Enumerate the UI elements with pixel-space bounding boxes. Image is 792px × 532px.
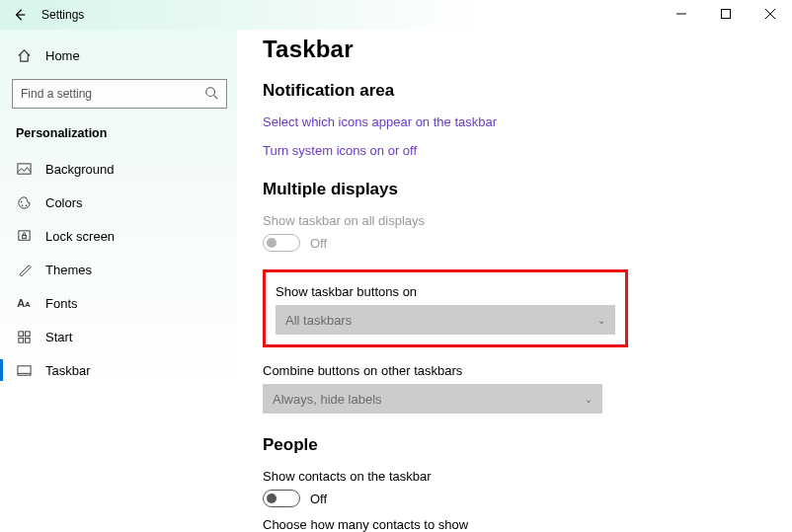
svg-rect-16 — [25, 338, 30, 342]
main-content: Taskbar Notification area Select which i… — [237, 30, 792, 532]
dropdown-value: All taskbars — [285, 313, 352, 328]
palette-icon — [16, 194, 32, 210]
svg-point-9 — [21, 204, 23, 206]
sidebar-item-label: Start — [45, 330, 72, 344]
svg-rect-7 — [17, 163, 30, 173]
svg-point-10 — [25, 204, 27, 206]
label-combine-buttons: Combine buttons on other taskbars — [263, 363, 766, 378]
lock-icon — [16, 228, 32, 244]
window-title: Settings — [41, 8, 84, 22]
link-system-icons[interactable]: Turn system icons on or off — [263, 143, 766, 158]
svg-point-5 — [206, 87, 215, 96]
search-icon — [204, 86, 218, 103]
toggle-show-contacts[interactable] — [263, 490, 300, 507]
svg-point-8 — [20, 200, 22, 202]
section-people: People — [263, 435, 766, 455]
sidebar-item-label: Themes — [45, 263, 92, 277]
label-show-buttons-on: Show taskbar buttons on — [276, 284, 615, 299]
taskbar-icon — [16, 362, 32, 378]
sidebar-item-label: Background — [45, 162, 114, 177]
svg-rect-14 — [25, 331, 30, 336]
dropdown-value: Always, hide labels — [273, 392, 382, 407]
label-show-taskbar-all: Show taskbar on all displays — [263, 213, 766, 228]
sidebar-item-label: Taskbar — [45, 363, 91, 378]
sidebar: Home Find a setting Personalization Back… — [0, 30, 237, 532]
close-button[interactable] — [748, 0, 792, 28]
section-notification-area: Notification area — [263, 81, 766, 101]
sidebar-item-fonts[interactable]: AA Fonts — [8, 286, 231, 320]
sidebar-home-label: Home — [45, 48, 80, 63]
sidebar-item-label: Colors — [45, 195, 83, 210]
sidebar-section-title: Personalization — [8, 122, 231, 152]
label-choose-contacts: Choose how many contacts to show — [263, 517, 766, 532]
label-show-contacts: Show contacts on the taskbar — [263, 469, 766, 484]
start-icon — [16, 329, 32, 344]
search-placeholder: Find a setting — [21, 87, 92, 101]
svg-rect-2 — [721, 10, 730, 19]
font-icon: AA — [16, 295, 32, 311]
sidebar-item-colors[interactable]: Colors — [8, 186, 231, 219]
sidebar-item-label: Fonts — [45, 296, 78, 311]
sidebar-item-taskbar[interactable]: Taskbar — [8, 353, 231, 387]
svg-line-6 — [214, 95, 218, 99]
back-arrow-icon — [13, 8, 27, 22]
sidebar-item-start[interactable]: Start — [8, 320, 231, 353]
sidebar-item-lockscreen[interactable]: Lock screen — [8, 219, 231, 253]
svg-rect-13 — [18, 331, 23, 336]
chevron-down-icon: ⌄ — [597, 315, 605, 326]
toggle-show-taskbar-all[interactable] — [263, 234, 300, 252]
minimize-button[interactable] — [659, 0, 703, 28]
brush-icon — [16, 262, 32, 277]
section-multiple-displays: Multiple displays — [263, 180, 766, 199]
home-icon — [16, 47, 32, 63]
search-input[interactable]: Find a setting — [12, 79, 227, 109]
dropdown-show-buttons-on[interactable]: All taskbars ⌄ — [276, 305, 615, 335]
toggle-state-show-all: Off — [310, 236, 327, 251]
highlight-box: Show taskbar buttons on All taskbars ⌄ — [263, 269, 628, 347]
page-title: Taskbar — [263, 36, 766, 63]
image-icon — [16, 161, 32, 177]
sidebar-item-themes[interactable]: Themes — [8, 253, 231, 286]
chevron-down-icon: ⌄ — [585, 394, 593, 405]
svg-rect-12 — [22, 235, 26, 238]
back-button[interactable] — [12, 7, 28, 23]
sidebar-item-background[interactable]: Background — [8, 152, 231, 186]
window-controls — [659, 0, 792, 28]
sidebar-home[interactable]: Home — [8, 41, 231, 69]
toggle-state-contacts: Off — [310, 492, 327, 506]
sidebar-item-label: Lock screen — [45, 229, 115, 244]
maximize-button[interactable] — [703, 0, 748, 28]
dropdown-combine-buttons[interactable]: Always, hide labels ⌄ — [263, 384, 602, 414]
link-select-icons[interactable]: Select which icons appear on the taskbar — [263, 114, 766, 129]
svg-rect-15 — [18, 338, 23, 342]
